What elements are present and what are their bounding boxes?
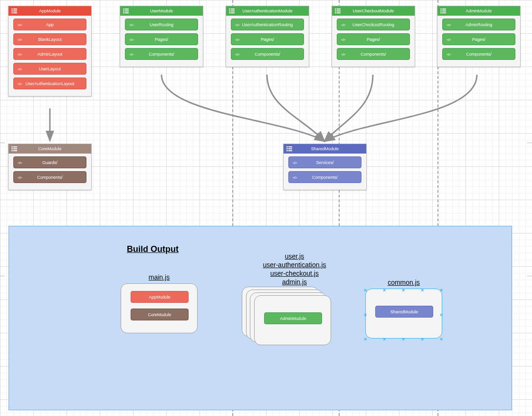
svg-rect-15: [229, 10, 230, 11]
module-header: AdminModule: [437, 6, 520, 16]
bundle-item: CoreModule: [131, 309, 189, 320]
svg-rect-26: [442, 9, 446, 10]
module-item[interactable]: </>Components/: [337, 48, 410, 60]
svg-rect-7: [123, 9, 124, 10]
module-item[interactable]: </>UserCheckoutRouting: [337, 19, 410, 30]
code-icon: </>: [293, 175, 297, 179]
svg-rect-36: [13, 150, 17, 151]
module-item[interactable]: </>UserAuthenticationLayout: [13, 77, 86, 89]
list-icon: [286, 146, 292, 151]
svg-rect-22: [337, 10, 341, 11]
ruler-tick: [0, 276, 5, 276]
module-core[interactable]: CoreModule </>Guards/ </>Components/: [8, 144, 92, 190]
module-title: AppModule: [9, 9, 91, 13]
module-item[interactable]: </>Components/: [125, 48, 198, 60]
module-item[interactable]: </>UserLayout: [13, 63, 86, 75]
svg-rect-35: [11, 150, 13, 151]
module-shared[interactable]: SharedModule </>Services/ </>Components/: [283, 144, 367, 190]
bundle-main[interactable]: main.js AppModule CoreModule: [121, 283, 198, 333]
code-icon: </>: [446, 52, 451, 56]
code-icon: </>: [18, 67, 22, 71]
module-title: UserModule: [120, 9, 203, 13]
code-icon: </>: [18, 37, 22, 41]
bundle-item: AdminModule: [264, 312, 322, 324]
bundle-stack-top[interactable]: AdminModule: [254, 295, 331, 345]
module-title: CoreModule: [9, 146, 91, 151]
svg-rect-14: [231, 9, 235, 10]
svg-rect-13: [229, 9, 230, 10]
module-app[interactable]: AppModule </>App </>BlankLayout </>Admin…: [8, 6, 92, 97]
svg-rect-33: [11, 148, 13, 149]
module-header: UserModule: [120, 6, 203, 16]
ruler-tick: [527, 276, 532, 276]
svg-rect-10: [125, 10, 129, 11]
code-icon: </>: [235, 37, 239, 41]
module-title: UserCheckoutModule: [332, 9, 415, 13]
module-item[interactable]: </>AdminLayout: [13, 48, 86, 60]
code-icon: </>: [341, 52, 345, 56]
svg-rect-32: [13, 146, 17, 147]
module-item[interactable]: </>Components/: [288, 171, 361, 183]
module-item[interactable]: </>Pages/: [231, 33, 304, 45]
svg-rect-38: [288, 146, 292, 147]
svg-rect-16: [231, 10, 235, 11]
module-item[interactable]: </>Components/: [442, 48, 515, 60]
svg-rect-25: [440, 9, 442, 10]
svg-rect-40: [288, 148, 292, 149]
module-user-checkout[interactable]: UserCheckoutModule </>UserCheckoutRoutin…: [332, 6, 415, 67]
module-item[interactable]: </>Guards/: [13, 156, 86, 168]
build-output-panel: Build Output main.js AppModule CoreModul…: [9, 226, 512, 410]
code-icon: </>: [235, 52, 239, 56]
code-icon: </>: [18, 175, 22, 179]
module-item[interactable]: </>Pages/: [337, 33, 410, 45]
module-item[interactable]: </>BlankLayout: [13, 33, 86, 45]
module-item[interactable]: </>Services/: [288, 156, 361, 168]
list-icon: [229, 9, 235, 13]
code-icon: </>: [446, 22, 451, 27]
module-title: AdminModule: [437, 9, 520, 13]
ruler-tick: [0, 143, 5, 143]
list-icon: [335, 9, 341, 13]
ruler-tick: [527, 143, 532, 143]
bundle-label: common.js: [366, 279, 442, 286]
svg-rect-12: [125, 12, 129, 13]
bundle-item: SharedModule: [375, 306, 433, 318]
module-user[interactable]: UserModule </>UserRouting </>Pages/ </>C…: [120, 6, 203, 67]
module-title: UserAuthenticationModule: [226, 9, 309, 13]
module-header: AppModule: [9, 6, 91, 16]
module-item[interactable]: </>Pages/: [442, 33, 515, 45]
list-icon: [440, 9, 446, 13]
bundle-common[interactable]: common.js SharedModule × × × × × × × × ×…: [365, 289, 442, 339]
svg-rect-20: [337, 9, 341, 10]
module-item[interactable]: </>AdminRouting: [442, 19, 515, 30]
code-icon: </>: [18, 160, 22, 164]
svg-rect-19: [335, 9, 336, 10]
svg-rect-17: [229, 12, 230, 13]
module-title: SharedModule: [284, 146, 366, 151]
code-icon: </>: [18, 81, 22, 86]
svg-rect-3: [11, 10, 13, 11]
svg-rect-41: [286, 150, 288, 151]
module-item[interactable]: </>App: [13, 19, 86, 30]
svg-rect-34: [13, 148, 17, 149]
svg-rect-1: [11, 9, 13, 10]
module-item[interactable]: </>Pages/: [125, 33, 198, 45]
module-header: SharedModule: [284, 144, 366, 154]
module-item[interactable]: </>UserRouting: [125, 19, 198, 30]
code-icon: </>: [341, 37, 345, 41]
module-item[interactable]: </>UserAuthenticationRouting: [231, 19, 304, 30]
code-icon: </>: [129, 52, 133, 56]
module-admin[interactable]: AdminModule </>AdminRouting </>Pages/ </…: [437, 6, 521, 67]
list-icon: [11, 9, 17, 13]
svg-rect-9: [123, 10, 124, 11]
list-icon: [11, 146, 17, 151]
svg-rect-6: [13, 12, 17, 13]
svg-rect-23: [335, 12, 336, 13]
module-item[interactable]: </>Components/: [13, 171, 86, 183]
svg-rect-29: [440, 12, 442, 13]
svg-rect-27: [440, 10, 442, 11]
module-user-auth[interactable]: UserAuthenticationModule </>UserAuthenti…: [226, 6, 309, 67]
bundle-stack-labels: user.js user-authentication.js user-chec…: [236, 252, 353, 286]
module-item[interactable]: </>Components/: [231, 48, 304, 60]
svg-rect-21: [335, 10, 336, 11]
